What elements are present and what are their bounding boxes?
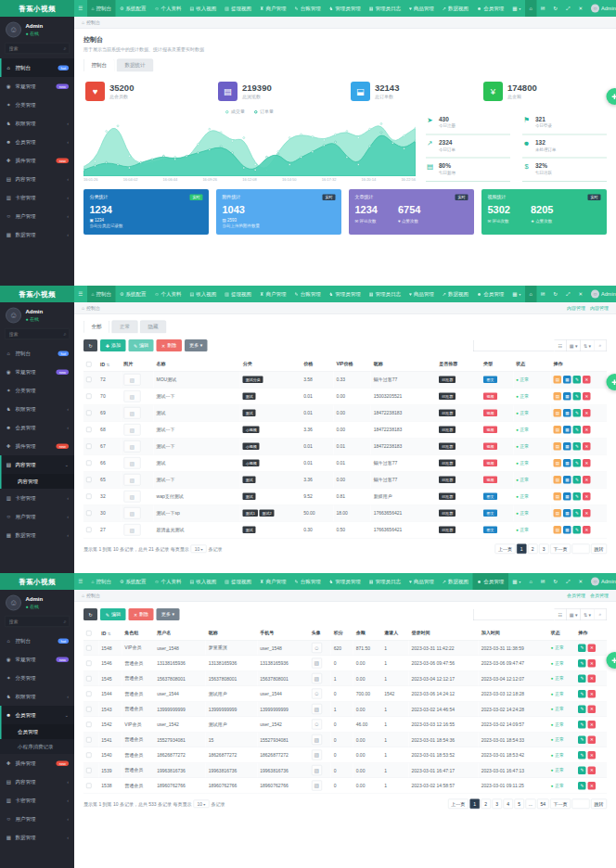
nav-item[interactable]: ▤ 收入视图 xyxy=(186,573,221,590)
row-checkbox[interactable] xyxy=(86,691,92,696)
row-checkbox[interactable] xyxy=(86,461,92,466)
column-header[interactable]: 类型 xyxy=(481,357,513,371)
copy-button[interactable]: ▦ xyxy=(563,426,571,434)
edit-button[interactable]: ✎ xyxy=(578,721,586,729)
column-header[interactable]: 是否推荐 xyxy=(436,357,481,371)
sidebar-item[interactable]: ▥ 卡密管理 ‹ xyxy=(0,489,74,507)
add-button[interactable]: ✚添加 xyxy=(100,339,125,351)
more-menu[interactable]: ▦▾ xyxy=(508,286,525,302)
refresh-icon[interactable]: ↻ xyxy=(549,573,562,590)
nav-item[interactable]: ▥ 提现视图 xyxy=(221,573,256,590)
refresh-icon[interactable]: ↻ xyxy=(549,286,562,302)
column-header[interactable]: 图片 xyxy=(121,357,153,371)
mail-icon[interactable]: ✉ xyxy=(536,573,549,590)
delete-button[interactable]: ✕ xyxy=(583,392,591,401)
table-row[interactable]: 1542 VIP会员 user_1542 测试用户 user_1542 ☺ 0 … xyxy=(83,717,607,733)
view-button[interactable]: ▤ xyxy=(554,409,562,417)
sidebar-item[interactable]: ▦ 数据管理 ‹ xyxy=(0,526,74,544)
delete-button[interactable]: ✕ xyxy=(583,376,591,384)
edit-button[interactable]: ✎ xyxy=(573,476,582,484)
row-checkbox[interactable] xyxy=(86,676,92,682)
user-menu[interactable]: ☺ Admin xyxy=(587,0,616,17)
delete-button[interactable]: ✕ xyxy=(588,735,597,744)
sidebar-item[interactable]: ♞ 权限管理 ‹ xyxy=(0,114,74,133)
edit-button[interactable]: ✎ xyxy=(578,644,586,652)
grid-icon[interactable]: ▦ ▾ xyxy=(567,608,581,620)
nav-item[interactable]: ▥ 提现视图 xyxy=(221,286,256,302)
delete-button[interactable]: ✕ xyxy=(588,644,597,652)
table-search-input[interactable] xyxy=(473,608,555,620)
row-checkbox[interactable] xyxy=(86,411,92,416)
select-all-checkbox[interactable] xyxy=(86,362,92,367)
delete-button[interactable]: ✕ xyxy=(583,476,591,484)
delete-button[interactable]: ✕ xyxy=(588,705,597,713)
column-header[interactable]: 价格 xyxy=(301,357,333,371)
table-row[interactable]: 1545 普通会员 15637808001 15637808001 156378… xyxy=(83,670,607,686)
jump-page-input[interactable] xyxy=(572,799,590,810)
delete-button[interactable]: ✕ xyxy=(588,766,597,774)
sidebar-toggle[interactable]: ☰ xyxy=(74,286,87,302)
refresh-icon[interactable]: ↻ xyxy=(549,0,562,17)
row-checkbox[interactable] xyxy=(86,783,92,788)
table-row[interactable]: 1548 VIP会员 user_1548 梦里重演 user_1548 ☺ 62… xyxy=(83,640,607,656)
edit-button[interactable]: ✎ xyxy=(573,409,582,417)
close-icon[interactable]: ✕ xyxy=(574,0,587,17)
grid-icon[interactable]: ▦ ▾ xyxy=(567,339,581,351)
edit-button[interactable]: ✎ xyxy=(578,674,586,683)
row-checkbox[interactable] xyxy=(86,660,92,666)
sidebar-search-input[interactable] xyxy=(5,328,70,339)
nav-item[interactable]: ♞ 管理员管理 xyxy=(325,573,365,590)
column-header[interactable]: 状态 xyxy=(513,357,550,371)
mail-icon[interactable]: ✉ xyxy=(536,0,549,17)
next-page-button[interactable]: 下一页 xyxy=(550,799,571,810)
breadcrumb-link[interactable]: 会员管理 xyxy=(567,593,585,599)
delete-button[interactable]: ✕删除 xyxy=(157,339,182,351)
column-header[interactable]: 昵称 xyxy=(206,626,258,640)
column-header[interactable]: 操作 xyxy=(551,357,607,371)
delete-button[interactable]: ✕ xyxy=(588,721,597,729)
nav-item[interactable]: ⚙ 系统配置 xyxy=(115,286,149,302)
nav-item[interactable]: ▦ 管理员日志 xyxy=(365,286,404,302)
row-checkbox[interactable] xyxy=(86,428,92,433)
sidebar-item[interactable]: ✚ 插件管理 new xyxy=(0,754,74,772)
columns-icon[interactable]: ☷ xyxy=(554,339,567,351)
jump-page-input[interactable] xyxy=(572,544,590,555)
home-icon[interactable]: ⌂ xyxy=(525,573,536,590)
close-icon[interactable]: ✕ xyxy=(574,573,587,590)
delete-button[interactable]: ✕ xyxy=(588,674,597,683)
nav-item[interactable]: ⚙ 系统配置 xyxy=(115,0,149,17)
sidebar-item[interactable]: ☻ 会员管理 ‹ xyxy=(0,418,74,437)
nav-item[interactable]: ♥ 商品管理 xyxy=(404,573,438,590)
next-page-button[interactable]: 下一页 xyxy=(550,544,571,555)
nav-item[interactable]: ▤ 收入视图 xyxy=(186,286,221,302)
sidebar-item[interactable]: ☻ 会员管理 ‹ xyxy=(0,133,74,151)
mail-icon[interactable]: ✉ xyxy=(536,286,549,302)
edit-button[interactable]: ✎ xyxy=(578,659,586,668)
page-number-button[interactable]: 3 xyxy=(492,799,502,810)
table-row[interactable]: 67 ▨ 测试一下 小视频 0.01 0.01 18472238183 已推荐 … xyxy=(83,438,607,454)
nav-item[interactable]: ▤ 收入视图 xyxy=(186,0,221,17)
nav-item[interactable]: ☺ 个人资料 xyxy=(150,573,186,590)
sidebar-user[interactable]: ☺ Admin ● 在线 xyxy=(0,17,74,41)
view-button[interactable]: ▤ xyxy=(554,459,562,467)
sidebar-item[interactable]: ✦ 分类管理 xyxy=(0,381,74,400)
sidebar-subitem[interactable]: 会员管理 xyxy=(0,724,74,739)
home-icon[interactable]: ⌂ xyxy=(525,0,536,17)
sidebar-item[interactable]: ✚ 插件管理 new xyxy=(0,437,74,455)
table-row[interactable]: 1538 普通会员 18960762766 18960762766 189607… xyxy=(83,778,607,794)
nav-item[interactable]: ⌂ 控制台 xyxy=(87,573,116,590)
nav-item[interactable]: ⌂ 控制台 xyxy=(87,286,116,302)
sidebar-item[interactable]: ☺ 用户管理 ‹ xyxy=(0,810,74,828)
export-icon[interactable]: ⇅ ▾ xyxy=(581,608,595,620)
table-row[interactable]: 27 ▨ 超清蓝光测试 测试 0.30 0.50 17663656421 已推荐… xyxy=(83,521,607,538)
column-header[interactable]: 名称 xyxy=(154,357,240,371)
legend-item[interactable]: 订单量 xyxy=(254,108,274,115)
copy-button[interactable]: ▦ xyxy=(563,392,571,401)
page-number-button[interactable]: 5 xyxy=(514,799,524,810)
delete-button[interactable]: ✕ xyxy=(588,751,597,760)
search-icon[interactable]: ⌕ xyxy=(595,608,608,620)
edit-button[interactable]: ✎ xyxy=(573,526,582,534)
edit-button[interactable]: ✎ xyxy=(573,509,582,517)
delete-button[interactable]: ✕ xyxy=(588,782,597,790)
sidebar-item[interactable]: ⌂ 控制台 hot xyxy=(0,632,74,650)
